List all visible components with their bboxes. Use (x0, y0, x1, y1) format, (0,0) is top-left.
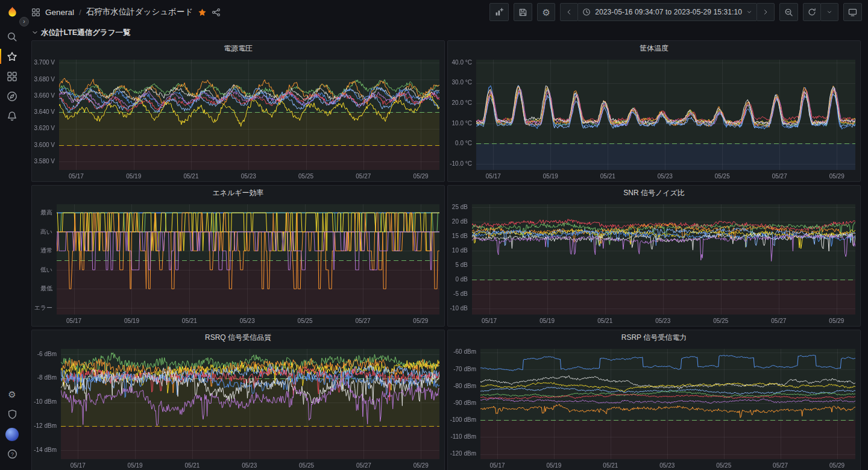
sidebar-item-server-admin[interactable] (0, 404, 24, 424)
time-controls: 2023-05-16 09:34:07 to 2023-05-29 15:31:… (560, 3, 775, 21)
panel-body (32, 200, 444, 326)
panel-title[interactable]: RSRP 信号受信電力 (448, 330, 860, 345)
zoom-out-icon (784, 8, 793, 17)
panel-body (32, 345, 444, 470)
chart-canvas-rsrp[interactable] (448, 345, 860, 470)
chevron-left-icon (565, 8, 573, 16)
sidebar-item-profile[interactable] (0, 424, 24, 444)
compass-icon (7, 91, 17, 102)
refresh-icon (808, 8, 816, 16)
panel-body (448, 345, 860, 470)
add-panel-button[interactable] (489, 3, 509, 21)
panel-body (448, 200, 860, 326)
topbar: General / 石狩市水位計ダッシュボード (24, 0, 868, 24)
breadcrumb-separator: / (79, 8, 81, 17)
user-avatar (5, 428, 19, 441)
monitor-icon (848, 8, 857, 17)
dashboard-canvas: 水位計LTE通信グラフ一覧 電源電圧 筐体温度 エネルギー効率 SNR 信号ノイ… (24, 24, 868, 470)
clock-icon (582, 8, 591, 16)
dashboard-settings-button[interactable]: ⚙ (537, 3, 555, 21)
sidebar-item-help[interactable]: ? (0, 444, 24, 464)
caret-down-icon (826, 9, 832, 15)
save-icon (518, 8, 527, 17)
sidebar-item-starred[interactable] (0, 46, 24, 66)
kiosk-mode-button[interactable] (843, 3, 862, 21)
zoom-out-button[interactable] (779, 3, 798, 21)
breadcrumb: General / 石狩市水位計ダッシュボード (31, 7, 221, 17)
svg-text:?: ? (10, 451, 13, 457)
star-icon (7, 51, 17, 62)
save-dashboard-button[interactable] (514, 3, 532, 21)
panel-title[interactable]: SNR 信号ノイズ比 (448, 186, 860, 200)
star-dashboard-button[interactable] (198, 8, 207, 17)
time-range-label: 2023-05-16 09:34:07 to 2023-05-29 15:31:… (595, 8, 742, 16)
panel-grid: 電源電圧 筐体温度 エネルギー効率 SNR 信号ノイズ比 RSRQ 信号受信品質 (31, 40, 861, 470)
chart-canvas-enclosure-temperature[interactable] (448, 55, 860, 181)
row-header[interactable]: 水位計LTE通信グラフ一覧 (31, 26, 861, 39)
panel-snr: SNR 信号ノイズ比 (447, 185, 861, 327)
sidebar-item-dashboards[interactable] (0, 66, 24, 86)
main-area: General / 石狩市水位計ダッシュボード (24, 0, 868, 470)
sidebar-nav (0, 27, 24, 126)
panel-title[interactable]: エネルギー効率 (32, 186, 444, 200)
chart-canvas-rsrq[interactable] (32, 345, 444, 470)
time-shift-forward-button[interactable] (756, 3, 775, 21)
dashboard-icon (31, 8, 40, 17)
apps-grid-icon (7, 71, 17, 82)
share-dashboard-button[interactable] (212, 8, 221, 17)
panel-title[interactable]: RSRQ 信号受信品質 (32, 330, 444, 345)
refresh-interval-dropdown[interactable] (820, 3, 838, 21)
refresh-controls (803, 3, 838, 21)
add-panel-icon (494, 7, 504, 17)
breadcrumb-dashboard-title: 石狩市水位計ダッシュボード (86, 7, 193, 17)
time-range-picker[interactable]: 2023-05-16 09:34:07 to 2023-05-29 15:31:… (577, 3, 757, 21)
bell-icon (7, 111, 17, 122)
chart-canvas-snr[interactable] (448, 200, 860, 326)
sidebar-expand-toggle[interactable]: › (19, 17, 29, 27)
time-shift-back-button[interactable] (560, 3, 578, 21)
sidebar-item-explore[interactable] (0, 86, 24, 106)
chart-canvas-power-voltage[interactable] (32, 55, 444, 181)
search-icon (7, 31, 17, 42)
panel-enclosure-temperature: 筐体温度 (447, 40, 861, 182)
panel-body (448, 55, 860, 181)
panel-energy-efficiency: エネルギー効率 (31, 185, 445, 327)
sidebar: › (0, 0, 24, 470)
sidebar-item-configuration[interactable]: ⚙ (0, 384, 24, 404)
refresh-button[interactable] (803, 3, 821, 21)
grafana-app: › (0, 0, 868, 470)
chevron-right-icon: › (23, 19, 25, 25)
panel-title[interactable]: 筐体温度 (448, 41, 860, 55)
panel-title[interactable]: 電源電圧 (32, 41, 444, 55)
gear-icon: ⚙ (8, 390, 16, 399)
sidebar-item-search[interactable] (0, 27, 24, 46)
chart-canvas-energy-efficiency[interactable] (32, 200, 444, 326)
sidebar-item-alerting[interactable] (0, 106, 24, 126)
caret-down-icon (746, 9, 752, 15)
help-icon: ? (7, 449, 17, 459)
chevron-right-icon (762, 8, 769, 16)
shield-icon (7, 409, 17, 419)
gear-icon: ⚙ (542, 8, 550, 17)
panel-rsrq: RSRQ 信号受信品質 (31, 330, 445, 470)
sidebar-bottom-nav: ⚙ ? (0, 384, 24, 464)
toolbar-actions: ⚙ 2023-05-16 09:34:07 to 2023-05-29 15:3… (489, 3, 862, 21)
panel-rsrp: RSRP 信号受信電力 (447, 330, 861, 470)
grafana-logo-icon[interactable] (5, 5, 20, 20)
chevron-down-icon (31, 29, 39, 36)
panel-body (32, 55, 444, 181)
row-title: 水位計LTE通信グラフ一覧 (41, 28, 131, 38)
breadcrumb-section[interactable]: General (45, 8, 74, 17)
panel-power-voltage: 電源電圧 (31, 40, 445, 182)
